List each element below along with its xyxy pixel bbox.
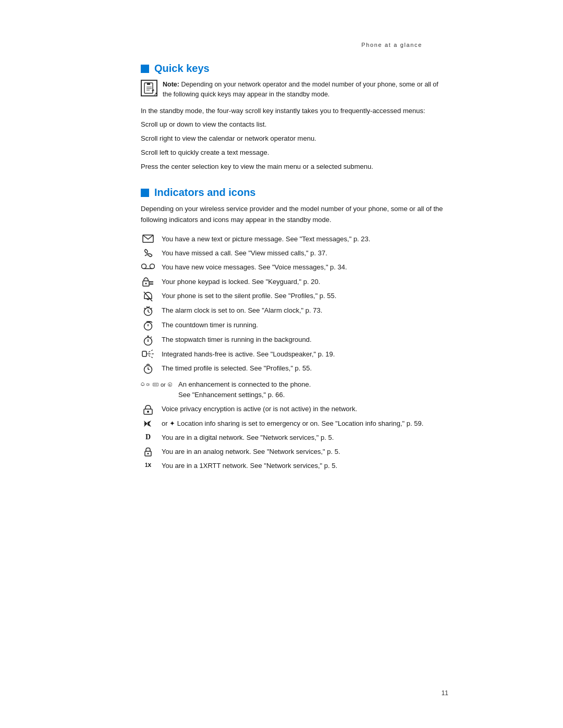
icon-handsfree — [141, 349, 155, 358]
note-box: Note: Depending on your network operator… — [141, 80, 448, 100]
svg-line-45 — [149, 384, 150, 384]
indicator-desc-voice-privacy: Voice privacy encryption is active (or i… — [162, 404, 448, 414]
quick-keys-heading: Quick keys — [141, 63, 448, 75]
svg-rect-1 — [147, 83, 150, 85]
page-header-label: Phone at a glance — [0, 42, 422, 48]
indicator-row-handsfree: Integrated hands-free is active. See "Lo… — [141, 349, 448, 360]
body-line-2: Scroll right to view the calendar or net… — [141, 133, 448, 144]
body-line-4: Press the center selection key to view t… — [141, 162, 448, 172]
svg-point-10 — [145, 282, 147, 284]
indicator-row-missed-call: You have missed a call. See "View missed… — [141, 248, 448, 258]
svg-point-59 — [148, 453, 149, 454]
indicator-desc-missed-call: You have missed a call. See "View missed… — [162, 248, 448, 258]
icon-keylock — [141, 277, 155, 287]
svg-point-6 — [142, 264, 146, 269]
indicator-desc-countdown: The countdown timer is running. — [162, 320, 448, 330]
indicator-row-digital: D You are in a digital network. See "Net… — [141, 433, 448, 443]
body-line-0: In the standby mode, the four-way scroll… — [141, 106, 448, 117]
indicators-title: Indicators and icons — [154, 187, 255, 199]
icon-1xrtt: 1x — [141, 461, 155, 468]
quick-keys-title: Quick keys — [154, 63, 210, 75]
indicator-desc-keylock: Your phone keypad is locked. See "Keygua… — [162, 277, 448, 287]
indicator-desc-timed-profile: The timed profile is selected. See "Prof… — [162, 363, 448, 374]
indicator-desc-silent: Your phone is set to the silent profile.… — [162, 291, 448, 301]
icon-x-label: x — [148, 461, 151, 468]
icon-missed-call — [141, 248, 155, 258]
indicator-desc-stopwatch: The stopwatch timer is running in the ba… — [162, 335, 448, 345]
svg-point-56 — [147, 411, 149, 413]
svg-point-30 — [148, 341, 149, 342]
icon-envelope — [141, 234, 155, 243]
note-content: Note: Depending on your network operator… — [163, 80, 448, 100]
quick-keys-section: Quick keys Note: Depending on — [141, 63, 448, 172]
svg-rect-31 — [142, 351, 146, 356]
icon-alarm — [141, 305, 155, 316]
body-line-3: Scroll left to quickly create a text mes… — [141, 147, 448, 158]
indicator-desc-1xrtt: You are in a 1XRTT network. See "Network… — [162, 461, 448, 471]
icon-digital: D — [141, 433, 155, 441]
content-area: Quick keys Note: Depending on — [141, 63, 448, 472]
svg-line-21 — [148, 306, 150, 307]
page-number: 11 — [442, 689, 448, 697]
indicator-desc-handsfree: Integrated hands-free is active. See "Lo… — [162, 349, 448, 360]
enhancement-text2: See "Enhancement settings," p. 66. — [178, 391, 285, 399]
indicator-row-timed-profile: The timed profile is selected. See "Prof… — [141, 363, 448, 374]
indicator-row-analog: You are in an analog network. See "Netwo… — [141, 447, 448, 457]
svg-line-33 — [149, 351, 150, 352]
indicator-row-1xrtt: 1x You are in a 1XRTT network. See "Netw… — [141, 461, 448, 471]
indicator-row-stopwatch: The stopwatch timer is running in the ba… — [141, 335, 448, 346]
svg-rect-47 — [153, 383, 158, 386]
svg-point-7 — [150, 264, 155, 269]
indicator-desc-voicemail: You have new voice messages. See "Voice … — [162, 262, 448, 273]
indicators-heading: Indicators and icons — [141, 187, 448, 199]
indicator-desc-enhancement: An enhancement is connected to the phone… — [178, 379, 448, 400]
indicator-row-enhancement: or A An enhancement is connected to the … — [141, 379, 448, 400]
svg-line-17 — [148, 312, 150, 313]
icon-silent — [141, 291, 155, 302]
indicator-desc-envelope: You have a new text or picture message. … — [162, 234, 448, 244]
svg-line-46 — [149, 385, 150, 386]
note-icon — [141, 80, 157, 96]
icon-analog — [141, 447, 155, 456]
indicator-desc-digital: You are in a digital network. See "Netwo… — [162, 433, 448, 443]
svg-rect-43 — [147, 384, 149, 386]
note-body: Depending on your network operator and t… — [163, 81, 438, 98]
icon-countdown — [141, 320, 155, 331]
quick-keys-icon — [141, 65, 149, 73]
indicators-icon — [141, 189, 149, 197]
indicator-row-envelope: You have a new text or picture message. … — [141, 234, 448, 244]
svg-line-20 — [146, 306, 148, 307]
body-line-1: Scroll up or down to view the contacts l… — [141, 119, 448, 130]
svg-text:A: A — [169, 384, 170, 386]
note-label: Note: — [163, 81, 179, 88]
icon-voicemail — [141, 262, 155, 270]
indicator-row-alarm: The alarm clock is set to on. See "Alarm… — [141, 305, 448, 316]
indicators-section: Indicators and icons Depending on your w… — [141, 187, 448, 471]
indicator-desc-alarm: The alarm clock is set to on. See "Alarm… — [162, 305, 448, 316]
indicators-intro: Depending on your wireless service provi… — [141, 204, 448, 226]
indicator-row-voice-privacy: Voice privacy encryption is active (or i… — [141, 404, 448, 415]
indicator-row-keylock: Your phone keypad is locked. See "Keygua… — [141, 277, 448, 287]
icon-voice-privacy — [141, 404, 155, 415]
page-container: Phone at a glance Quick keys — [0, 0, 563, 728]
indicator-row-silent: Your phone is set to the silent profile.… — [141, 291, 448, 302]
icon-timed-profile — [141, 363, 155, 374]
indicator-row-countdown: The countdown timer is running. — [141, 320, 448, 331]
svg-line-36 — [151, 350, 153, 351]
indicator-row-voicemail: You have new voice messages. See "Voice … — [141, 262, 448, 273]
indicator-row-location: or ✦ Location info sharing is set to eme… — [141, 418, 448, 429]
svg-line-38 — [151, 357, 153, 358]
indicator-desc-analog: You are in an analog network. See "Netwo… — [162, 447, 448, 457]
indicator-desc-location: or ✦ Location info sharing is set to eme… — [162, 418, 448, 429]
icon-location — [141, 418, 155, 428]
or-text-1: or — [161, 381, 166, 388]
svg-line-35 — [149, 355, 150, 356]
icon-stopwatch — [141, 335, 155, 346]
icon-enhancement: or A — [141, 379, 172, 389]
